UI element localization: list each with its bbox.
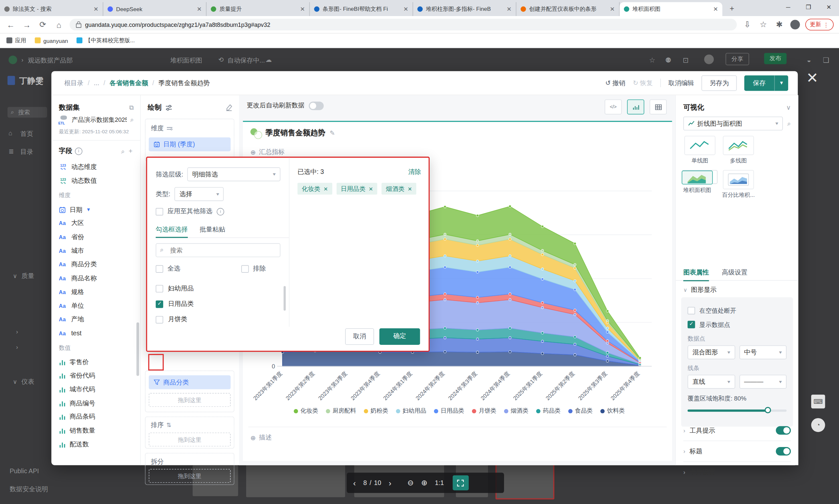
sort-drop-hint[interactable]: 拖到这里 bbox=[149, 433, 231, 446]
tab-close-icon[interactable]: ✕ bbox=[300, 5, 305, 13]
field-item[interactable]: 123∿∿动态数值 bbox=[59, 174, 135, 188]
field-item[interactable]: 123∿∿动态维度 bbox=[59, 160, 135, 174]
save-as-button[interactable]: 另存为 bbox=[702, 75, 737, 90]
present-icon[interactable]: ⊡ bbox=[683, 56, 688, 64]
minimize-icon[interactable]: ─ bbox=[778, 0, 798, 14]
browser-tab[interactable]: 质量提升 ✕ bbox=[207, 2, 310, 16]
viz-search-icon[interactable]: ⌕ bbox=[787, 120, 791, 127]
field-item[interactable]: 日期▼ bbox=[59, 203, 135, 216]
show-points-checkbox[interactable] bbox=[687, 321, 695, 328]
legend-item[interactable]: 月饼类 bbox=[472, 407, 496, 415]
chart-type-single[interactable]: 单线图 bbox=[682, 136, 718, 165]
tree-caret[interactable]: ∨ bbox=[13, 379, 17, 385]
zoom-in-icon[interactable]: ⊕ bbox=[421, 479, 427, 487]
add-field-icon[interactable]: ＋ bbox=[127, 146, 134, 156]
chart-type-stacked[interactable]: 堆积面积图 bbox=[682, 170, 718, 184]
row-toggle[interactable] bbox=[776, 426, 791, 435]
field-item[interactable]: Aa规格 bbox=[59, 285, 135, 299]
close-window-icon[interactable]: ✕ bbox=[819, 0, 839, 14]
chevron-down-icon[interactable]: ▼ bbox=[86, 207, 91, 212]
publish-button[interactable]: 发布 bbox=[764, 53, 787, 64]
legend-item[interactable]: 化妆类 bbox=[294, 407, 318, 415]
reload-icon[interactable]: ⟳ bbox=[37, 20, 48, 29]
catalog-nav-icon[interactable]: ≣ bbox=[8, 148, 14, 155]
option-checkbox[interactable] bbox=[156, 285, 163, 292]
field-item[interactable]: Aatest bbox=[59, 326, 135, 340]
browser-tab[interactable]: 除法英文 - 搜索 ✕ bbox=[0, 2, 103, 16]
legend-item[interactable]: 厨房配料 bbox=[326, 407, 356, 415]
chart-type-multi[interactable]: 多线图 bbox=[721, 136, 756, 165]
collapse-row[interactable]: › 工具提示 bbox=[676, 420, 798, 440]
field-item[interactable]: 零售价 bbox=[59, 355, 135, 369]
legend-item[interactable]: 奶粉类 bbox=[364, 407, 388, 415]
modal-close-icon[interactable]: ✕ bbox=[804, 70, 821, 87]
field-item[interactable]: 商品条码 bbox=[59, 410, 135, 424]
row-toggle[interactable] bbox=[776, 447, 791, 455]
page-thumbnail[interactable] bbox=[246, 464, 345, 497]
install-icon[interactable]: ⇩ bbox=[742, 20, 753, 29]
field-item[interactable]: Aa商品名称 bbox=[59, 271, 135, 285]
breadcrumb-parent[interactable]: 各省销售金额 bbox=[109, 78, 148, 87]
pager-next-icon[interactable]: › bbox=[389, 478, 391, 487]
bookmark-item[interactable]: 【中英精校完整版... bbox=[77, 37, 135, 44]
legend-item[interactable]: 妇幼用品 bbox=[396, 407, 426, 415]
line-style-select[interactable]: ———▼ bbox=[739, 375, 787, 389]
breadcrumb-ellipsis[interactable]: ... bbox=[94, 79, 99, 87]
chip-remove-icon[interactable]: ✕ bbox=[408, 186, 412, 192]
save-button[interactable]: 保存 ▼ bbox=[744, 75, 788, 90]
field-item[interactable]: Aa大区 bbox=[59, 216, 135, 230]
break-null-checkbox[interactable] bbox=[687, 307, 695, 314]
chip-remove-icon[interactable]: ✕ bbox=[324, 186, 328, 192]
chrome-update-button[interactable]: 更新 ⋮ bbox=[805, 19, 834, 31]
zoom-out-icon[interactable]: ⊖ bbox=[407, 479, 414, 487]
collapse-viz-icon[interactable]: ∨ bbox=[786, 104, 791, 111]
page-thumbnail-annotated[interactable] bbox=[495, 463, 555, 500]
home-nav-icon[interactable]: ⌂ bbox=[8, 129, 13, 137]
browser-tab[interactable]: 创建并配置仪表板中的条形 ✕ bbox=[517, 2, 620, 16]
extensions-icon[interactable]: ✱ bbox=[774, 20, 785, 29]
option-checkbox[interactable] bbox=[156, 316, 163, 323]
add-description-icon[interactable]: ⊕ bbox=[250, 434, 256, 442]
collapse-row[interactable]: › 卡片设置 bbox=[676, 462, 798, 482]
auto-refresh-toggle[interactable] bbox=[309, 101, 324, 110]
legend-item[interactable]: 烟酒类 bbox=[504, 407, 528, 415]
tree-caret[interactable]: › bbox=[16, 328, 18, 335]
chart-view-button[interactable] bbox=[627, 100, 644, 114]
fullscreen-button[interactable] bbox=[452, 475, 468, 490]
apply-other-checkbox[interactable] bbox=[156, 208, 163, 215]
tab-checkbox-select[interactable]: 勾选框选择 bbox=[156, 225, 188, 234]
chart-family-select[interactable]: 折线图与面积图 ▼ bbox=[683, 116, 783, 130]
tab-advanced[interactable]: 高级设置 bbox=[722, 268, 747, 277]
point-size-select[interactable]: 中号▼ bbox=[739, 345, 787, 359]
tab-close-icon[interactable]: ✕ bbox=[610, 5, 615, 13]
legend-item[interactable]: 药品类 bbox=[536, 407, 560, 415]
field-item[interactable]: Aa城市 bbox=[59, 244, 135, 258]
user-avatar[interactable] bbox=[704, 55, 714, 64]
summary-metric-label[interactable]: 汇总指标 bbox=[259, 148, 284, 157]
field-item[interactable]: 省份代码 bbox=[59, 369, 135, 382]
filter-drop-hint[interactable]: 拖到这里 bbox=[149, 393, 231, 407]
tree-item-dashboard[interactable]: 仪表 bbox=[21, 378, 34, 387]
edit-title-icon[interactable]: ✎ bbox=[330, 129, 335, 137]
tab-close-icon[interactable]: ✕ bbox=[713, 5, 718, 13]
filter-search-input[interactable] bbox=[156, 243, 280, 257]
share-button[interactable]: 分享 bbox=[726, 53, 749, 66]
section-caret-icon[interactable]: ∨ bbox=[683, 287, 687, 293]
saturation-slider[interactable] bbox=[687, 407, 787, 413]
filter-level-select[interactable]: 明细筛选▼ bbox=[188, 167, 281, 181]
description-label[interactable]: 描述 bbox=[259, 433, 272, 442]
field-item[interactable]: Aa商品分类 bbox=[59, 258, 135, 271]
slider-handle[interactable] bbox=[765, 407, 771, 413]
collapse-row[interactable]: › 标题 bbox=[676, 441, 798, 462]
clear-selection-button[interactable]: 清除 bbox=[408, 167, 421, 177]
zoom-ratio[interactable]: 1:1 bbox=[435, 479, 444, 487]
point-type-select[interactable]: 混合图形▼ bbox=[687, 345, 735, 359]
selected-value-chip[interactable]: 烟酒类✕ bbox=[382, 183, 417, 195]
bookmark-item[interactable]: guanyuan bbox=[35, 37, 68, 43]
link-data-security[interactable]: 数据安全说明 bbox=[10, 485, 48, 494]
chart-type-percent[interactable]: 百分比堆积... bbox=[721, 170, 756, 199]
browser-tab[interactable]: DeepSeek ✕ bbox=[103, 2, 207, 16]
field-search-icon[interactable]: ⌕ bbox=[121, 147, 124, 155]
address-bar[interactable]: guandata.yuque.com/productspace/zghgz1/y… bbox=[69, 19, 736, 31]
legend-item[interactable]: 食品类 bbox=[568, 407, 593, 415]
